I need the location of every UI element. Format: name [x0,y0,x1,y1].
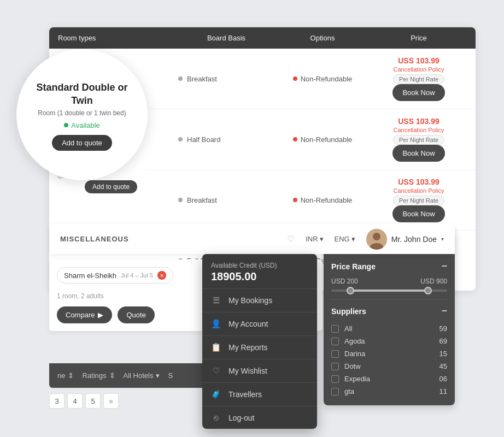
col-all-hotels[interactable]: All Hotels ▾ [124,371,160,380]
credit-label: Available Credit (USD) [211,262,308,269]
misc-label: MISCELLANEOUS [60,235,129,243]
price-range-row: USD 200 USD 900 [331,277,447,285]
book-now-button[interactable]: Book Now [392,205,444,222]
supplier-row: All 59 [331,322,447,335]
book-now-button[interactable]: Book Now [392,84,444,101]
dropdown-my-bookings[interactable]: ☰ My Bookings [202,288,317,312]
cancellation-policy: Cancellation Policy [371,187,467,194]
room-subtitle: Room (1 double or 1 twin bed) [38,109,126,117]
price-range-section: Price Range − [331,261,447,272]
col-s[interactable]: S [168,371,173,380]
supplier-count: 11 [433,387,447,395]
price-cell: USS 103.99 Cancellation Policy Per Night… [371,56,467,101]
dropdown-item-label: Log-out [228,414,254,422]
bookings-icon: ☰ [211,296,221,305]
page-3-button[interactable]: 3 [49,393,65,409]
board-basis-cell: Breakfast [178,196,274,204]
dropdown-my-reports[interactable]: 📋 My Reports [202,335,317,359]
wishlist-heart-icon[interactable]: ♡ [287,234,295,244]
supplier-checkbox[interactable] [331,388,339,395]
supplier-row: Agoda 69 [331,335,447,347]
user-name: Mr. John Doe [391,235,437,244]
filter-divider [331,299,447,300]
page-5-button[interactable]: 5 [85,393,101,409]
supplier-checkbox[interactable] [331,350,339,358]
search-location: Sharm el-Sheikh [64,271,116,280]
filter-panel: 🔍 Price Range − USD 200 USD 900 Supplier… [324,229,455,405]
options-cell: Non-Refundable [274,196,371,204]
currency-value: INR [306,235,318,243]
page-next-button[interactable]: » [103,393,119,409]
compare-button[interactable]: Compare ▶ [57,306,112,323]
search-tag-close-icon[interactable]: ✕ [157,271,166,280]
price-min: USD 200 [331,277,358,285]
search-dates: Jul 4 – Jul 5 [121,272,153,279]
dropdown-header: Available Credit (USD) 18905.00 [202,254,317,288]
supplier-count: 59 [433,324,447,333]
cancellation-policy: Cancellation Policy [371,127,467,133]
supplier-name: Darina [344,350,428,358]
language-value: ENG [335,235,350,243]
supplier-name: Expedia [344,375,428,383]
pagination-bar: 3 4 5 » [49,393,119,409]
available-dot-icon [64,123,68,127]
suppliers-collapse-icon[interactable]: − [441,305,447,317]
user-avatar-button[interactable]: Mr. John Doe ▾ [366,229,444,250]
supplier-checkbox[interactable] [331,325,339,333]
price-cell: USS 103.99 Cancellation Policy Per Night… [371,178,467,222]
user-dropdown-menu: Available Credit (USD) 18905.00 ☰ My Boo… [202,254,317,429]
board-dot-icon [178,137,183,141]
user-caret-icon: ▾ [441,236,444,242]
supplier-name: Dotw [344,362,428,370]
red-dot-icon [293,137,297,141]
supplier-checkbox[interactable] [331,338,339,345]
board-basis-cell: Half Board [178,135,274,144]
board-basis-cell: Breakfast [178,75,274,83]
language-selector[interactable]: ENG ▾ [335,235,355,243]
currency-caret-icon: ▾ [320,235,324,243]
suppliers-list: All 59 Agoda 69 Darina 15 Dotw 45 Expedi… [331,322,447,398]
credit-amount: 18905.00 [211,270,308,283]
supplier-row: Expedia 06 [331,373,447,385]
price-max: USD 900 [420,277,447,285]
range-thumb-right[interactable] [424,287,432,294]
currency-selector[interactable]: INR ▾ [306,235,323,243]
misc-bar: MISCELLANEOUS ♡ INR ▾ ENG ▾ Mr. John Doe… [49,224,455,254]
per-night-badge: Per Night Rate [393,74,444,84]
supplier-checkbox[interactable] [331,375,339,383]
price-value: USS 103.99 [371,178,467,186]
price-cell: USS 103.99 Cancellation Policy Per Night… [371,117,467,162]
options-cell: Non-Refundable [274,135,371,144]
add-to-quote-button[interactable]: Add to quote [52,135,112,151]
dropdown-item-label: Travellers [228,390,262,399]
red-dot-icon [293,198,297,202]
col-options: Options [274,34,371,42]
dropdown-my-account[interactable]: 👤 My Account [202,312,317,335]
per-night-badge: Per Night Rate [393,135,444,145]
range-thumb-left[interactable] [347,287,354,294]
supplier-name: Agoda [344,337,428,345]
col-ratings[interactable]: Ratings ⇕ [82,371,115,380]
wishlist-icon: ♡ [211,366,221,376]
ratings-sort-icon: ⇕ [109,371,115,380]
dropdown-travellers[interactable]: 🧳 Travellers [202,382,317,406]
dropdown-logout[interactable]: ⎋ Log-out [202,406,317,429]
supplier-checkbox[interactable] [331,363,339,370]
logout-icon: ⎋ [211,413,221,422]
col-ne[interactable]: ne ⇕ [57,371,74,380]
svg-point-1 [373,233,380,240]
small-add-to-quote-button[interactable]: Add to quote [85,180,137,193]
supplier-count: 69 [433,337,447,345]
page-4-button[interactable]: 4 [67,393,83,409]
price-range-collapse-icon[interactable]: − [441,261,447,272]
sort-icon: ⇕ [68,371,74,380]
book-now-button[interactable]: Book Now [392,145,444,162]
supplier-count: 06 [433,375,447,383]
col-room-types: Room types [58,34,178,42]
compare-arrow-icon: ▶ [98,311,103,319]
quote-button[interactable]: Quote [118,306,154,323]
suppliers-section: Suppliers − [331,305,447,317]
price-range-track[interactable] [331,290,447,292]
dropdown-my-wishlist[interactable]: ♡ My Wishlist [202,359,317,382]
dropdown-item-label: My Bookings [228,296,272,305]
